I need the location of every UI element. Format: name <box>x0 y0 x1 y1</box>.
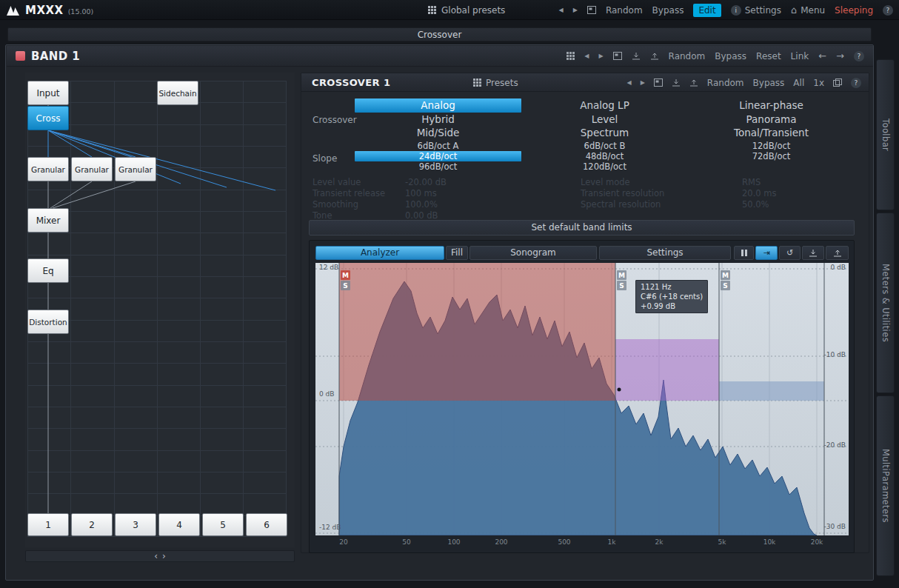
option-tonal-transient[interactable]: Tonal/Transient <box>688 126 855 140</box>
routing-graph-panel[interactable]: Input Sidechain Cross Granular Granular … <box>25 73 295 547</box>
tab-sonogram[interactable]: Sonogram <box>469 246 597 260</box>
option-96db[interactable]: 96dB/oct <box>355 161 521 172</box>
option-24db[interactable]: 24dB/oct <box>355 151 521 161</box>
band-color-swatch[interactable] <box>16 51 25 61</box>
link-button[interactable]: Link <box>791 51 809 61</box>
band3-mute-button[interactable]: M <box>721 270 730 280</box>
load-preset-icon[interactable] <box>650 52 659 60</box>
slot-6[interactable]: 6 <box>246 513 287 536</box>
save-preset-icon[interactable] <box>672 78 681 87</box>
help-icon[interactable]: ? <box>854 51 864 61</box>
normalize-button[interactable]: ⇥ <box>755 246 778 260</box>
option-panorama[interactable]: Panorama <box>688 113 855 127</box>
prev-preset-icon[interactable]: ◀ <box>584 53 589 59</box>
edit-button[interactable]: Edit <box>693 4 721 17</box>
side-tab-meters-utilities[interactable]: Meters & Utilities <box>876 213 895 393</box>
spectrum-analyzer-plot[interactable]: 12 dB 0 dB -12 dB 0 dB -10 dB -20 dB -30… <box>315 263 849 535</box>
node-granular-2[interactable]: Granular <box>71 157 113 181</box>
band-edit-frame: BAND 1 ◀ ▶ Random Bypass Reset Link ← → … <box>5 44 874 581</box>
slot-5[interactable]: 5 <box>202 513 244 536</box>
option-48db[interactable]: 48dB/oct <box>521 151 688 161</box>
preset-box-icon[interactable] <box>654 78 663 87</box>
bypass-button[interactable]: Bypass <box>652 5 684 16</box>
next-preset-icon[interactable]: ▶ <box>573 7 578 13</box>
logo[interactable]: MXXX (15.00) <box>6 0 93 20</box>
next-preset-icon[interactable]: ▶ <box>641 79 645 86</box>
slot-3[interactable]: 3 <box>115 513 156 536</box>
option-analog-lp[interactable]: Analog LP <box>521 98 688 113</box>
arrow-right-icon[interactable]: → <box>836 50 844 61</box>
import-button[interactable] <box>826 246 849 260</box>
reset-button[interactable]: Reset <box>756 51 781 61</box>
prev-preset-icon[interactable]: ◀ <box>559 7 564 13</box>
presets-button[interactable]: Presets <box>473 73 518 92</box>
next-preset-icon[interactable]: ▶ <box>598 53 603 59</box>
sleeping-indicator[interactable]: Sleeping <box>835 5 873 16</box>
export-button[interactable] <box>802 246 824 260</box>
option-level[interactable]: Level <box>521 113 688 127</box>
band3-solo-button[interactable]: S <box>721 281 730 290</box>
node-mixer[interactable]: Mixer <box>27 208 69 233</box>
node-cross[interactable]: Cross <box>27 106 69 130</box>
scroll-right-icon[interactable]: › <box>162 551 166 561</box>
option-hybrid[interactable]: Hybrid <box>355 113 521 127</box>
reset-analysis-button[interactable]: ↺ <box>779 246 801 260</box>
settings-button[interactable]: i Settings <box>731 5 781 16</box>
tab-analyzer[interactable]: Analyzer <box>315 246 444 260</box>
menu-button[interactable]: ⌂ Menu <box>791 4 825 16</box>
random-button[interactable]: Random <box>669 51 706 61</box>
option-6db-a[interactable]: 6dB/oct A <box>355 141 521 151</box>
detach-window-icon[interactable] <box>833 78 842 87</box>
preset-box-icon[interactable] <box>613 52 622 60</box>
load-preset-icon[interactable] <box>689 78 698 87</box>
crossover-panel-toolbar: ◀ ▶ Random Bypass All 1x ? <box>627 73 861 92</box>
help-icon[interactable]: ? <box>883 5 893 16</box>
slot-1[interactable]: 1 <box>27 513 69 536</box>
multiplier-button[interactable]: 1x <box>813 78 824 88</box>
option-spectrum[interactable]: Spectrum <box>521 126 688 140</box>
pause-button[interactable] <box>734 246 754 260</box>
save-preset-icon[interactable] <box>632 52 641 60</box>
node-granular-1[interactable]: Granular <box>27 157 69 181</box>
bypass-button[interactable]: Bypass <box>715 51 746 61</box>
prev-preset-icon[interactable]: ◀ <box>627 79 632 86</box>
slot-4[interactable]: 4 <box>158 513 200 536</box>
band2-solo-button[interactable]: S <box>617 281 626 290</box>
arrow-left-icon[interactable]: ← <box>818 50 826 61</box>
bypass-button[interactable]: Bypass <box>753 78 785 88</box>
side-tab-multiparameters[interactable]: MultiParameters <box>876 395 895 576</box>
node-distortion[interactable]: Distortion <box>27 310 69 334</box>
option-72db[interactable]: 72dB/oct <box>688 151 855 161</box>
random-button[interactable]: Random <box>606 5 643 16</box>
band2-mute-button[interactable]: M <box>617 270 626 280</box>
tab-fill[interactable]: Fill <box>446 246 468 260</box>
routing-grid[interactable] <box>27 81 287 537</box>
random-button[interactable]: Random <box>707 78 744 88</box>
option-6db-b[interactable]: 6dB/oct B <box>521 141 688 151</box>
tab-settings[interactable]: Settings <box>599 246 731 260</box>
undo-icon: ↺ <box>786 247 793 259</box>
band1-solo-button[interactable]: S <box>341 281 350 290</box>
crossover-strip[interactable]: Crossover <box>7 27 872 41</box>
graph-scrollbar[interactable]: ‹ › <box>25 550 295 562</box>
node-input[interactable]: Input <box>27 81 69 105</box>
all-button[interactable]: All <box>793 78 804 88</box>
band1-mute-button[interactable]: M <box>341 270 350 280</box>
node-eq[interactable]: Eq <box>27 258 69 283</box>
slot-2[interactable]: 2 <box>71 513 113 536</box>
option-120db[interactable]: 120dB/oct <box>521 161 688 172</box>
set-default-band-limits-button[interactable]: Set default band limits <box>309 220 855 235</box>
db-scale-right: -20 dB <box>824 441 846 449</box>
global-presets-button[interactable]: Global presets <box>428 0 505 20</box>
node-granular-3[interactable]: Granular <box>115 157 156 181</box>
option-analog[interactable]: Analog <box>355 98 521 113</box>
option-mid-side[interactable]: Mid/Side <box>355 126 521 140</box>
option-linear-phase[interactable]: Linear-phase <box>688 98 855 113</box>
scroll-left-icon[interactable]: ‹ <box>154 551 158 561</box>
preset-box-icon[interactable] <box>587 6 596 14</box>
node-sidechain[interactable]: Sidechain <box>157 81 198 105</box>
option-12db[interactable]: 12dB/oct <box>688 141 855 151</box>
help-icon[interactable]: ? <box>851 78 861 88</box>
side-tab-toolbar[interactable]: Toolbar <box>876 59 895 210</box>
grid-icon[interactable] <box>567 52 575 60</box>
